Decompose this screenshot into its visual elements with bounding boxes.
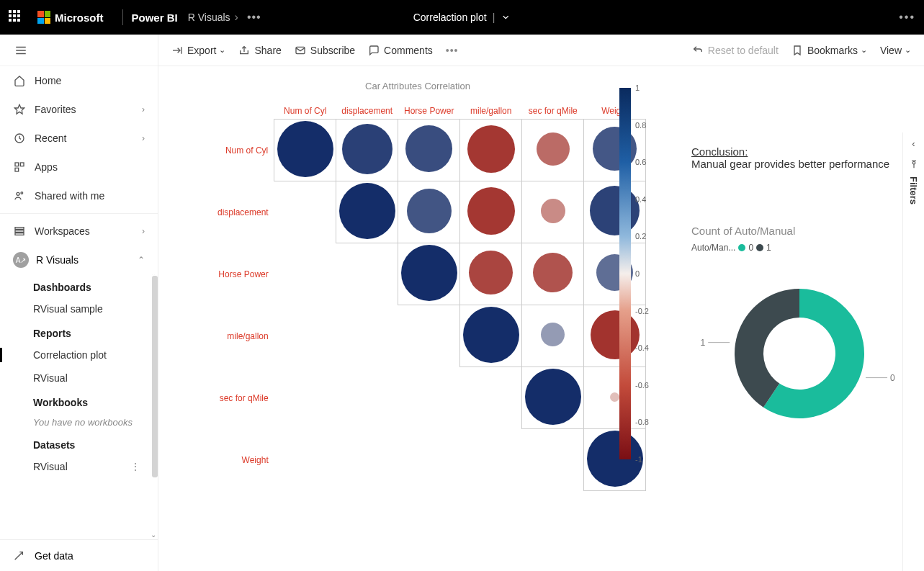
chevron-down-icon: ⌄ <box>219 45 225 55</box>
donut-visual[interactable]: Count of Auto/Manual Auto/Man... 0 1 01 <box>691 225 922 440</box>
corr-row-label: Horse Power <box>216 243 274 305</box>
mail-icon <box>295 45 306 56</box>
divider <box>122 9 123 25</box>
star-icon <box>13 104 26 115</box>
chevron-down-icon: ⌄ <box>861 45 867 55</box>
breadcrumb-more-icon[interactable]: ••• <box>247 11 261 24</box>
corr-col-label: Horse Power <box>398 103 460 120</box>
get-data-icon <box>13 550 26 562</box>
corr-cell <box>522 120 584 181</box>
legend-swatch-1 <box>756 244 763 251</box>
donut-legend-field: Auto/Man... <box>691 243 735 253</box>
donut-legend: Auto/Man... 0 1 <box>691 243 922 253</box>
scroll-down-icon[interactable]: ⌄ <box>150 531 157 538</box>
comments-icon <box>368 45 380 56</box>
corr-cell <box>522 243 584 305</box>
export-label: Export <box>187 45 216 56</box>
donut-data-label: 0 <box>890 373 895 383</box>
corr-cell <box>336 181 398 243</box>
share-label: Share <box>254 45 281 56</box>
comments-button[interactable]: Comments <box>368 45 433 56</box>
report-canvas: Car Attributes Correlation Num of Cyldis… <box>158 66 924 571</box>
donut-title: Count of Auto/Manual <box>691 225 922 237</box>
apps-icon <box>13 161 26 173</box>
subscribe-label: Subscribe <box>310 45 355 56</box>
bookmarks-button[interactable]: Bookmarks ⌄ <box>791 45 867 56</box>
svg-rect-12 <box>15 233 24 235</box>
subscribe-button[interactable]: Subscribe <box>295 45 355 56</box>
workspaces-icon <box>13 225 26 237</box>
nav-home[interactable]: Home <box>0 66 158 95</box>
nav-shared[interactable]: Shared with me <box>0 181 158 210</box>
chevron-right-icon: › <box>142 104 145 114</box>
corr-cell <box>398 243 460 305</box>
svg-rect-11 <box>15 230 24 233</box>
colorbar-tick: 0.4 <box>635 195 646 204</box>
dataset-rvisual[interactable]: RVisual⋮ <box>0 455 158 478</box>
corr-row-label: displacement <box>216 181 274 243</box>
nav-apps[interactable]: Apps <box>0 153 158 181</box>
colorbar-tick: -0.2 <box>635 307 649 315</box>
corr-cell <box>522 305 584 367</box>
more-icon[interactable]: ⋮ <box>130 461 140 472</box>
hamburger-button[interactable] <box>0 35 158 66</box>
nav-home-label: Home <box>35 75 61 86</box>
chevron-right-icon: › <box>235 11 238 24</box>
svg-rect-6 <box>20 163 24 166</box>
svg-rect-10 <box>15 228 24 230</box>
report-correlation-plot[interactable]: Correlaction plot <box>0 343 158 367</box>
conclusion-heading: Conclusion: <box>691 145 748 158</box>
corr-cell <box>460 305 522 367</box>
share-button[interactable]: Share <box>238 45 281 56</box>
corr-cell <box>398 181 460 243</box>
corr-cell <box>398 120 460 181</box>
report-rvisual[interactable]: RVisual <box>0 367 158 390</box>
nav-apps-label: Apps <box>35 161 58 173</box>
header-more-icon[interactable]: ••• <box>899 11 915 24</box>
svg-point-8 <box>17 192 19 195</box>
nav-recent[interactable]: Recent › <box>0 124 158 153</box>
correlation-visual[interactable]: Car Attributes Correlation Num of Cyldis… <box>173 81 663 491</box>
chevron-left-icon: ‹ <box>912 138 915 149</box>
corr-circle <box>533 253 573 292</box>
corr-circle <box>342 124 393 174</box>
export-button[interactable]: Export ⌄ <box>171 45 225 56</box>
corr-circle <box>401 245 457 301</box>
report-title-dropdown[interactable]: Correlaction plot | <box>413 12 511 23</box>
corr-circle <box>541 199 565 223</box>
report-toolbar: Export ⌄ Share Subscribe Comments ••• Re… <box>158 35 924 66</box>
filters-pane-collapsed[interactable]: ‹ Filters <box>902 132 924 571</box>
bookmark-icon <box>791 45 803 56</box>
get-data-button[interactable]: Get data <box>0 539 158 571</box>
microsoft-label: Microsoft <box>55 12 104 24</box>
corr-col-label: Num of Cyl <box>274 103 336 120</box>
top-header: Microsoft Power BI R Visuals › ••• Corre… <box>0 0 924 35</box>
dashboard-rvisual-sample[interactable]: RVisual sample <box>0 297 158 320</box>
corr-circle <box>277 121 333 177</box>
nav-workspaces[interactable]: Workspaces › <box>0 217 158 246</box>
app-launcher-icon[interactable] <box>9 10 23 24</box>
corr-cell <box>336 120 398 181</box>
reset-button[interactable]: Reset to default <box>692 45 779 56</box>
conclusion-body: Manual gear provides better performance <box>691 158 889 170</box>
svg-point-9 <box>21 192 23 194</box>
chevron-right-icon: › <box>142 226 145 236</box>
chevron-down-icon: ⌄ <box>905 45 911 55</box>
export-icon <box>171 45 183 56</box>
conclusion-text[interactable]: Conclusion: Manual gear provides better … <box>691 145 907 170</box>
bookmarks-label: Bookmarks <box>807 45 858 56</box>
nav-workspaces-label: Workspaces <box>35 225 90 237</box>
corr-circle <box>339 183 395 239</box>
view-button[interactable]: View ⌄ <box>880 45 911 56</box>
workspace-r-visuals[interactable]: A↗ R Visuals ⌃ <box>0 246 158 274</box>
toolbar-more-icon[interactable]: ••• <box>446 45 459 56</box>
microsoft-logo[interactable]: Microsoft <box>37 11 104 24</box>
breadcrumb-workspace[interactable]: R Visuals <box>188 12 230 23</box>
chevron-right-icon: › <box>142 133 145 143</box>
legend-label-1: 1 <box>766 243 771 253</box>
product-label[interactable]: Power BI <box>132 12 178 24</box>
reset-label: Reset to default <box>708 45 779 56</box>
corr-cell <box>460 243 522 305</box>
pin-icon <box>909 159 919 169</box>
nav-favorites[interactable]: Favorites › <box>0 95 158 124</box>
